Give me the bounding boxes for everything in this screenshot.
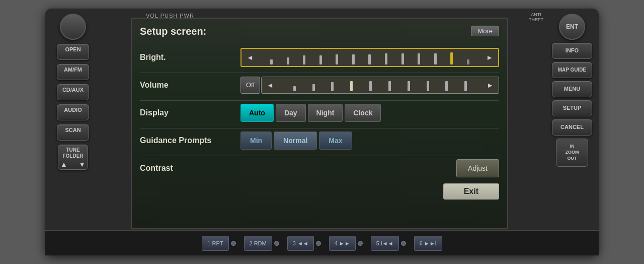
tune-folder-button[interactable]: TUNE FOLDER ▲ ▼	[58, 145, 88, 170]
amfm-button[interactable]: AM/FM	[57, 64, 89, 80]
menu-button[interactable]: MENU	[552, 81, 592, 97]
preset-3-button[interactable]: 3 ◄◄	[287, 236, 314, 251]
display-day-button[interactable]: Day	[276, 104, 306, 122]
preset-group-6: 6 ►►I	[410, 236, 446, 251]
vol-knob[interactable]	[60, 14, 86, 40]
preset-dot-1	[231, 241, 236, 246]
tick-3	[303, 55, 305, 64]
screen-wrapper: Setup screen: More Bright. ◄	[93, 19, 546, 228]
preset-1-button[interactable]: 1 RPT	[202, 236, 228, 251]
tick-5	[336, 54, 338, 64]
volume-row: Volume Off ◄	[140, 74, 499, 96]
display-auto-button[interactable]: Auto	[240, 104, 274, 122]
guidance-max-button[interactable]: Max	[319, 131, 352, 150]
preset-group-3: 3 ◄◄	[283, 236, 325, 251]
brightness-label: Bright.	[140, 53, 240, 62]
scan-button[interactable]: SCAN	[57, 124, 89, 141]
display-label: Display	[140, 108, 240, 117]
brightness-slider[interactable]: ◄	[240, 48, 499, 67]
display-clock-button[interactable]: Clock	[345, 104, 381, 122]
map-guide-button[interactable]: MAP GUIDE	[552, 62, 592, 78]
open-button[interactable]: OPEN	[57, 44, 89, 60]
preset-group-2: 2 RDM	[240, 236, 283, 251]
volume-slider[interactable]: ◄	[261, 77, 499, 94]
contrast-label: Contrast	[140, 164, 240, 173]
guidance-row: Guidance Prompts Min Normal Max	[140, 129, 499, 152]
preset-dot-5	[401, 241, 406, 246]
preset-group-5: 5 I◄◄	[367, 236, 410, 251]
tick-2	[287, 57, 289, 64]
preset-dot-4	[358, 241, 363, 246]
vol-tick-7	[408, 81, 410, 91]
vol-tick-4	[350, 81, 353, 91]
tick-8	[385, 53, 387, 64]
volume-right-arrow[interactable]: ►	[485, 81, 496, 89]
display-row: Display Auto Day Night Clock	[140, 102, 499, 124]
vol-tick-9	[445, 81, 448, 91]
preset-dot-2	[274, 241, 279, 246]
zoom-label: IN ZOOM OUT	[566, 144, 579, 161]
ent-button[interactable]: ENT	[559, 14, 585, 40]
brightness-left-arrow[interactable]: ◄	[245, 53, 256, 61]
brightness-row: Bright. ◄	[140, 46, 499, 69]
volume-ticks	[276, 79, 485, 91]
vol-tick-10	[464, 81, 467, 91]
exit-row: Exit	[140, 183, 499, 200]
right-controls: ENT INFO MAP GUIDE MENU SETUP CANCEL IN …	[549, 9, 595, 255]
preset-dot-3	[316, 241, 321, 246]
tick-13	[467, 59, 469, 64]
tick-4	[319, 55, 322, 64]
tick-7	[368, 54, 371, 64]
preset-6-button[interactable]: 6 ►►I	[414, 236, 442, 251]
vol-tick-2	[312, 84, 315, 91]
more-button[interactable]: More	[471, 26, 499, 36]
vol-tick-1	[293, 86, 296, 91]
audio-button[interactable]: AUDIO	[57, 104, 89, 120]
preset-4-button[interactable]: 4 ►►	[329, 236, 356, 251]
bottom-preset-bar: 1 RPT 2 RDM 3 ◄◄ 4 ►► 5 I◄◄ 6 ►►I	[45, 230, 599, 255]
tick-10	[418, 53, 420, 64]
brightness-right-arrow[interactable]: ►	[484, 53, 495, 61]
guidance-buttons: Min Normal Max	[240, 131, 499, 150]
cdaux-button[interactable]: CD/AUX	[57, 84, 89, 100]
display-night-button[interactable]: Night	[308, 104, 343, 122]
head-unit: VOL PUSH PWR ANTITHEFT OPEN AM/FM CD/AUX…	[45, 9, 599, 255]
vol-tick-5	[369, 81, 372, 91]
volume-controls: Off ◄	[240, 77, 499, 94]
tick-9	[401, 53, 404, 64]
preset-group-4: 4 ►►	[325, 236, 367, 251]
preset-2-button[interactable]: 2 RDM	[244, 236, 272, 251]
tick-12	[450, 52, 453, 64]
preset-group-1: 1 RPT	[198, 236, 239, 251]
info-button[interactable]: INFO	[552, 43, 592, 59]
vol-tick-8	[427, 81, 429, 91]
exit-button[interactable]: Exit	[443, 183, 499, 200]
tick-1	[270, 59, 273, 64]
tick-11	[434, 53, 437, 64]
volume-left-arrow[interactable]: ◄	[265, 81, 276, 89]
vol-tick-6	[388, 81, 391, 91]
ent-label: ENT	[566, 23, 578, 30]
cancel-button[interactable]: CANCEL	[552, 119, 592, 136]
contrast-adjust-button[interactable]: Adjust	[456, 159, 499, 177]
guidance-min-button[interactable]: Min	[240, 131, 272, 150]
setup-button[interactable]: SETUP	[552, 100, 592, 116]
left-controls: OPEN AM/FM CD/AUX AUDIO SCAN TUNE FOLDER…	[50, 9, 96, 255]
volume-off-button[interactable]: Off	[240, 77, 260, 94]
contrast-row: Contrast Adjust	[140, 157, 499, 179]
brightness-ticks	[256, 50, 484, 64]
guidance-label: Guidance Prompts	[140, 136, 240, 145]
preset-5-button[interactable]: 5 I◄◄	[371, 236, 399, 251]
main-screen: Setup screen: More Bright. ◄	[131, 18, 508, 229]
zoom-button[interactable]: IN ZOOM OUT	[556, 139, 588, 167]
tune-folder-label: TUNE FOLDER	[62, 147, 83, 159]
display-buttons: Auto Day Night Clock	[240, 104, 499, 122]
tick-6	[352, 54, 355, 64]
screen-inner: Setup screen: More Bright. ◄	[132, 19, 507, 228]
vol-tick-3	[331, 82, 334, 91]
guidance-normal-button[interactable]: Normal	[274, 131, 317, 150]
screen-title: Setup screen:	[140, 26, 206, 37]
volume-label: Volume	[140, 81, 240, 90]
